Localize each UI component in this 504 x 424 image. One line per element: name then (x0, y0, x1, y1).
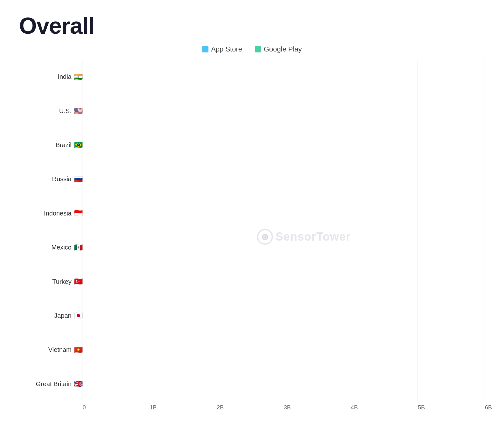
legend-googleplay: Google Play (255, 45, 302, 53)
bar-row-u.s. (83, 99, 485, 123)
appstore-bar (83, 170, 83, 179)
appstore-bar (83, 238, 83, 247)
country-flag: 🇷🇺 (74, 176, 83, 183)
country-flag: 🇮🇩 (74, 210, 83, 217)
appstore-label: App Store (211, 45, 242, 53)
country-name: Turkey (52, 278, 72, 285)
bar-group (83, 101, 83, 120)
y-label-turkey: Turkey🇹🇷 (19, 269, 83, 294)
y-label-brazil: Brazil🇧🇷 (19, 133, 83, 157)
bar-row-india (83, 65, 485, 89)
country-name: U.S. (59, 107, 72, 115)
y-label-mexico: Mexico🇲🇽 (19, 235, 83, 260)
country-name: India (58, 73, 72, 80)
y-label-indonesia: Indonesia🇮🇩 (19, 201, 83, 226)
googleplay-bar (83, 214, 83, 222)
bar-group (83, 374, 83, 393)
appstore-bar (83, 68, 83, 77)
googleplay-bar (83, 111, 83, 120)
y-axis: India🇮🇳U.S.🇺🇸Brazil🇧🇷Russia🇷🇺Indonesia🇮🇩… (19, 60, 83, 414)
googleplay-bar (83, 316, 83, 325)
bar-row-brazil (83, 133, 485, 157)
bar-group (83, 306, 83, 325)
bar-row-mexico (83, 235, 485, 260)
appstore-bar (83, 341, 83, 350)
appstore-bar (83, 102, 83, 111)
country-flag: 🇺🇸 (74, 107, 83, 114)
y-label-great-britain: Great Britain🇬🇧 (19, 372, 83, 396)
x-axis-labels: 01B2B3B4B5B6B (83, 401, 485, 414)
chart-area: India🇮🇳U.S.🇺🇸Brazil🇧🇷Russia🇷🇺Indonesia🇮🇩… (19, 60, 485, 414)
country-name: Brazil (56, 141, 72, 149)
country-flag: 🇧🇷 (74, 141, 83, 148)
bar-row-japan (83, 303, 485, 328)
bar-group (83, 170, 83, 189)
country-flag: 🇹🇷 (74, 278, 83, 285)
bar-row-russia (83, 167, 485, 192)
y-label-japan: Japan🇯🇵 (19, 303, 83, 328)
appstore-bar (83, 272, 83, 281)
y-label-vietnam: Vietnam🇻🇳 (19, 338, 83, 362)
country-flag: 🇻🇳 (74, 346, 83, 353)
plot-area: 01B2B3B4B5B6B ⊕ SensorTower (83, 60, 485, 414)
y-label-russia: Russia🇷🇺 (19, 167, 83, 192)
y-label-india: India🇮🇳 (19, 65, 83, 89)
y-label-u.s.: U.S.🇺🇸 (19, 99, 83, 123)
googleplay-label: Google Play (264, 45, 302, 53)
googleplay-bar (83, 282, 83, 291)
bar-group (83, 135, 83, 154)
bar-row-vietnam (83, 338, 485, 362)
googleplay-bar (83, 350, 83, 359)
bar-row-turkey (83, 269, 485, 294)
bars-container (83, 60, 485, 401)
country-name: Indonesia (44, 210, 72, 217)
googleplay-bar (83, 145, 83, 154)
country-name: Japan (54, 312, 72, 319)
bar-row-great-britain (83, 372, 485, 396)
country-name: Russia (52, 175, 72, 183)
chart-legend: App Store Google Play (19, 45, 485, 53)
country-name: Great Britain (36, 380, 72, 388)
bar-group (83, 272, 83, 291)
country-flag: 🇯🇵 (74, 312, 83, 319)
bar-row-indonesia (83, 201, 485, 226)
country-name: Vietnam (48, 346, 72, 353)
googleplay-bar (83, 77, 83, 86)
legend-appstore: App Store (202, 45, 242, 53)
appstore-bar (83, 136, 83, 145)
appstore-swatch (202, 46, 208, 52)
bar-group (83, 204, 83, 223)
country-name: Mexico (51, 244, 72, 251)
country-flag: 🇮🇳 (74, 73, 83, 80)
bar-group (83, 340, 83, 359)
bar-group (83, 238, 83, 257)
appstore-bar (83, 375, 83, 384)
country-flag: 🇬🇧 (74, 380, 83, 387)
googleplay-bar (83, 180, 83, 188)
appstore-bar (83, 306, 83, 315)
chart-container: App Store Google Play India🇮🇳U.S.🇺🇸Brazi… (19, 45, 485, 414)
googleplay-bar (83, 248, 83, 257)
chart-title: Overall (19, 13, 485, 39)
appstore-bar (83, 204, 83, 213)
country-flag: 🇲🇽 (74, 244, 83, 251)
googleplay-bar (83, 384, 83, 393)
bar-group (83, 67, 83, 86)
googleplay-swatch (255, 46, 261, 52)
